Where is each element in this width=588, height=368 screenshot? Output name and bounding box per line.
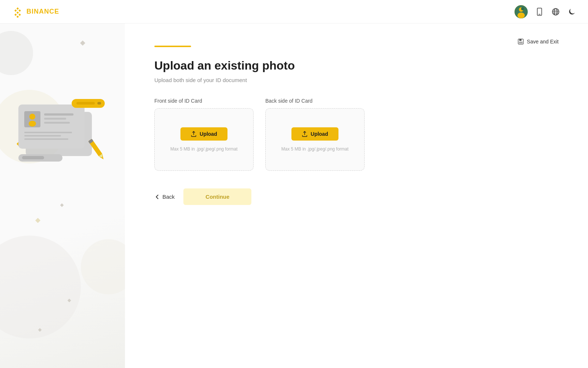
back-upload-hint: Max 5 MB in .jpg/.jpeg/.png format [282, 146, 349, 152]
svg-point-3 [521, 7, 524, 10]
svg-rect-19 [24, 132, 72, 133]
main-content: Save and Exit Upload an existing photo U… [125, 24, 588, 368]
save-icon [517, 38, 524, 45]
upload-icon [191, 131, 197, 137]
svg-point-2 [517, 13, 525, 18]
binance-logo-icon [12, 6, 24, 18]
progress-bar [154, 46, 191, 47]
front-upload-button[interactable]: Upload [180, 127, 227, 141]
logo[interactable]: BINANCE [12, 6, 59, 18]
phone-icon-btn[interactable] [535, 7, 544, 16]
svg-point-14 [29, 114, 35, 120]
front-upload-hint: Max 5 MB in .jpg/.jpeg/.png format [171, 146, 238, 152]
dark-mode-btn[interactable] [567, 7, 576, 16]
back-button[interactable]: Back [154, 194, 175, 200]
svg-rect-20 [24, 135, 61, 137]
back-upload-section: Back side of ID Card Upload Max 5 MB in … [265, 98, 365, 171]
svg-rect-16 [44, 113, 74, 116]
logo-text: BINANCE [26, 8, 59, 15]
upload-row: Front side of ID Card Upload Max 5 MB in… [154, 98, 559, 171]
svg-point-15 [29, 121, 36, 127]
svg-rect-34 [519, 42, 523, 43]
front-label: Front side of ID Card [154, 98, 254, 104]
svg-rect-21 [24, 138, 68, 140]
nav-row: Back Continue [154, 188, 559, 205]
page-title: Upload an existing photo [154, 59, 559, 72]
continue-button[interactable]: Continue [183, 188, 251, 205]
svg-rect-18 [44, 122, 70, 124]
back-label: Back side of ID Card [265, 98, 365, 104]
save-exit-label: Save and Exit [527, 39, 559, 45]
front-upload-section: Front side of ID Card Upload Max 5 MB in… [154, 98, 254, 171]
svg-rect-30 [22, 156, 44, 159]
phone-icon [535, 8, 544, 16]
upload-icon [302, 131, 308, 137]
globe-icon-btn[interactable] [551, 7, 560, 16]
moon-icon [568, 8, 576, 16]
left-decorative-panel [0, 24, 125, 368]
svg-rect-5 [538, 14, 541, 15]
header: BINANCE [0, 0, 588, 24]
chevron-left-icon [154, 194, 160, 200]
svg-rect-33 [519, 39, 521, 41]
back-upload-card[interactable]: Upload Max 5 MB in .jpg/.jpeg/.png forma… [265, 108, 365, 171]
svg-rect-24 [97, 102, 101, 105]
page-subtitle: Upload both side of your ID document [154, 77, 559, 83]
globe-icon [552, 8, 560, 16]
back-upload-button[interactable]: Upload [291, 127, 338, 141]
header-controls [514, 5, 576, 18]
svg-rect-23 [76, 102, 95, 105]
svg-rect-17 [44, 118, 66, 120]
save-exit-button[interactable]: Save and Exit [517, 38, 559, 45]
front-upload-card[interactable]: Upload Max 5 MB in .jpg/.jpeg/.png forma… [154, 108, 254, 171]
avatar[interactable] [514, 5, 528, 18]
avatar-icon [514, 5, 528, 18]
id-card-illustration [15, 82, 110, 178]
